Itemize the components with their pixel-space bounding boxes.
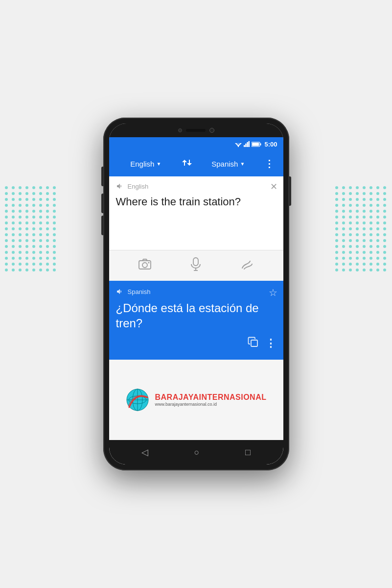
svg-rect-14 <box>193 258 198 266</box>
result-text: ¿Dónde está la estación de tren? <box>116 300 277 331</box>
logo-text-block: BARAJAYAINTERNASIONAL www.barajayanterna… <box>155 393 266 407</box>
svg-rect-9 <box>260 143 261 145</box>
phone-screen: 5:00 English ▼ Spanish ▼ ⋮ <box>109 123 283 465</box>
source-lang-arrow: ▼ <box>156 161 161 167</box>
svg-rect-4 <box>244 145 245 147</box>
svg-rect-7 <box>249 141 250 147</box>
front-camera <box>209 128 214 133</box>
target-lang-arrow: ▼ <box>240 161 245 167</box>
source-text: Where is the train station? <box>116 195 277 209</box>
logo-globe-icon <box>125 388 150 412</box>
small-camera <box>178 128 182 132</box>
phone-top-bar <box>109 123 283 137</box>
copy-button[interactable] <box>248 337 258 350</box>
svg-rect-17 <box>251 340 257 346</box>
result-lang-text: Spanish <box>128 288 151 295</box>
svg-point-13 <box>148 262 150 264</box>
nav-bar: ◁ ○ □ <box>109 440 283 465</box>
source-lang-bar: English <box>116 182 277 190</box>
svg-rect-5 <box>246 144 247 147</box>
target-lang-selector[interactable]: Spanish ▼ <box>196 160 260 168</box>
signal-icon <box>244 141 250 147</box>
star-button[interactable]: ☆ <box>269 287 277 298</box>
camera-button[interactable] <box>138 258 152 273</box>
swap-icon <box>182 158 192 167</box>
source-speaker-icon[interactable] <box>116 182 124 190</box>
status-bar: 5:00 <box>109 137 283 151</box>
svg-rect-6 <box>247 142 249 147</box>
result-lang-bar: Spanish <box>116 288 277 295</box>
toolbar-more-button[interactable]: ⋮ <box>260 154 278 173</box>
target-lang-label: Spanish <box>211 160 238 168</box>
recents-button[interactable]: □ <box>241 443 254 462</box>
result-actions: ⋮ <box>116 337 277 350</box>
logo-container: BARAJAYAINTERNASIONAL www.barajayanterna… <box>125 388 266 412</box>
svg-rect-10 <box>253 143 259 146</box>
dot-pattern-left: (function(){ const container = document.… <box>5 186 57 271</box>
source-lang-text: English <box>128 183 149 190</box>
logo-area: BARAJAYAINTERNASIONAL www.barajayanterna… <box>109 360 283 441</box>
phone-frame: 5:00 English ▼ Spanish ▼ ⋮ <box>103 118 289 470</box>
wifi-icon <box>235 141 242 147</box>
input-actions <box>109 250 283 281</box>
speaker <box>186 129 206 132</box>
logo-name: BARAJAYAINTERNASIONAL <box>155 393 266 402</box>
battery-icon <box>252 142 261 147</box>
result-area: Spanish ☆ ¿Dónde está la estación de tre… <box>109 281 283 360</box>
dot-pattern-right <box>335 186 387 271</box>
svg-point-12 <box>142 263 147 268</box>
status-time: 5:00 <box>264 141 277 148</box>
back-button[interactable]: ◁ <box>138 443 152 462</box>
app-toolbar: English ▼ Spanish ▼ ⋮ <box>109 151 283 176</box>
home-button[interactable]: ○ <box>190 443 204 462</box>
source-area: English ✕ Where is the train station? <box>109 176 283 250</box>
result-more-button[interactable]: ⋮ <box>265 337 277 350</box>
result-speaker-icon[interactable] <box>116 288 124 295</box>
source-lang-label: English <box>130 160 154 168</box>
source-lang-selector[interactable]: English ▼ <box>114 160 178 168</box>
swap-button[interactable] <box>178 154 196 173</box>
mic-button[interactable] <box>190 257 201 274</box>
handwrite-button[interactable] <box>240 258 254 273</box>
logo-url: www.barajayanternasional.co.id <box>155 402 266 407</box>
close-button[interactable]: ✕ <box>270 181 277 192</box>
status-icons <box>235 141 261 147</box>
